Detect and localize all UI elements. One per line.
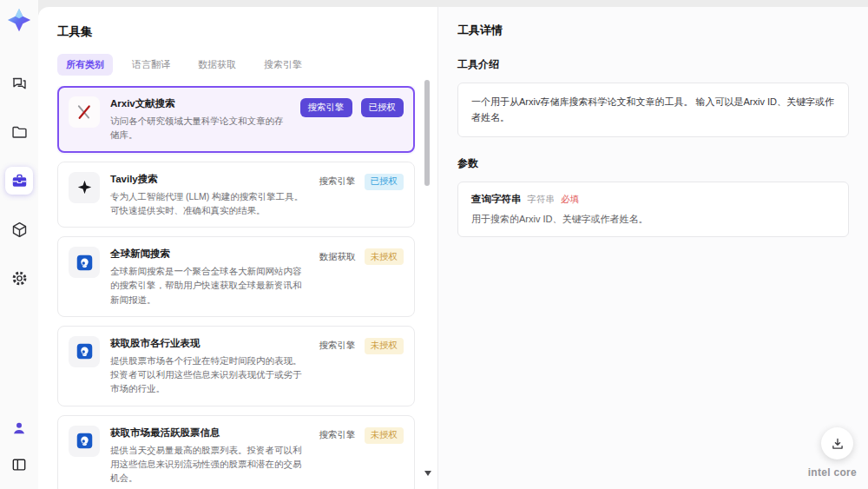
tool-category-badge: 搜索引擎 bbox=[319, 340, 356, 352]
download-icon bbox=[830, 436, 845, 452]
tool-status-badge: 已授权 bbox=[361, 98, 404, 117]
tool-card-4[interactable]: 获取市场最活跃股票信息 提供当天交易量最高的股票列表。投资者可以利用这些信息来识… bbox=[57, 415, 415, 489]
tool-category-badge: 搜索引擎 bbox=[319, 429, 356, 441]
tool-name: Arxiv文献搜索 bbox=[110, 97, 290, 110]
app-logo-icon bbox=[6, 7, 32, 33]
stock-search-icon bbox=[69, 426, 100, 457]
rail-nav bbox=[5, 69, 33, 292]
params-heading: 参数 bbox=[457, 156, 849, 171]
tool-name: 全球新闻搜索 bbox=[110, 248, 309, 261]
tool-list: Arxiv文献搜索 访问各个研究领域大量科学论文和文章的存储库。 搜索引擎 已授… bbox=[57, 86, 415, 489]
tool-description: 专为人工智能代理 (LLM) 构建的搜索引擎工具。可快速提供实时、准确和真实的结… bbox=[110, 189, 309, 218]
tab-0[interactable]: 所有类别 bbox=[57, 54, 113, 76]
tool-category-badge: 搜索引擎 bbox=[319, 175, 356, 188]
main-panel: 工具集 所有类别语言翻译数据获取搜索引擎 Arxiv文献搜索 访问各个研究领域大… bbox=[38, 7, 868, 489]
tool-card-2[interactable]: 全球新闻搜索 全球新闻搜索是一个聚合全球各大新闻网站内容的搜索引擎，帮助用户快速… bbox=[57, 236, 415, 317]
scroll-down-arrow-icon[interactable] bbox=[424, 471, 431, 476]
tool-name: 获取股市各行业表现 bbox=[110, 337, 309, 350]
toolbox-icon[interactable] bbox=[5, 167, 33, 195]
intro-box: 一个用于从Arxiv存储库搜索科学论文和文章的工具。 输入可以是Arxiv ID… bbox=[457, 83, 849, 137]
tool-status-badge: 未授权 bbox=[365, 427, 404, 444]
folder-icon[interactable] bbox=[5, 118, 33, 146]
tool-description: 全球新闻搜索是一个聚合全球各大新闻网站内容的搜索引擎，帮助用户快速获取全球最新资… bbox=[110, 264, 309, 307]
tool-name: 获取市场最活跃股票信息 bbox=[110, 426, 309, 439]
list-scrollbar-thumb[interactable] bbox=[424, 80, 430, 186]
parameter-required-flag: 必填 bbox=[561, 194, 579, 206]
detail-title: 工具详情 bbox=[457, 23, 849, 38]
page-title: 工具集 bbox=[57, 24, 415, 40]
tool-card-3[interactable]: 获取股市各行业表现 提供股票市场各个行业在特定时间段内的表现。投资者可以利用这些… bbox=[57, 326, 415, 406]
parameter-name: 查询字符串 bbox=[471, 193, 522, 206]
tool-card-0[interactable]: Arxiv文献搜索 访问各个研究领域大量科学论文和文章的存储库。 搜索引擎 已授… bbox=[57, 86, 415, 153]
tool-category-badge: 搜索引擎 bbox=[300, 98, 352, 117]
rail-bottom bbox=[5, 414, 33, 479]
panel-toggle-icon[interactable] bbox=[5, 451, 33, 479]
parameter-card: 查询字符串 字符串 必填 用于搜索的Arxiv ID、关键字或作者姓名。 bbox=[457, 182, 849, 237]
tool-status-badge: 已授权 bbox=[365, 174, 404, 190]
parameter-type: 字符串 bbox=[528, 194, 556, 206]
parameter-description: 用于搜索的Arxiv ID、关键字或作者姓名。 bbox=[471, 213, 835, 226]
params-list: 查询字符串 字符串 必填 用于搜索的Arxiv ID、关键字或作者姓名。 bbox=[457, 182, 849, 237]
tab-3[interactable]: 搜索引擎 bbox=[255, 54, 311, 76]
arxiv-icon bbox=[69, 96, 100, 128]
user-icon[interactable] bbox=[5, 414, 33, 442]
stock-search-icon bbox=[69, 336, 100, 367]
download-button[interactable] bbox=[821, 427, 853, 459]
cube-icon[interactable] bbox=[5, 215, 33, 243]
tool-status-badge: 未授权 bbox=[365, 338, 404, 354]
left-rail bbox=[0, 0, 38, 489]
tool-category-badge: 数据获取 bbox=[319, 251, 356, 263]
tab-1[interactable]: 语言翻译 bbox=[123, 54, 179, 76]
detail-column: 工具详情 工具介绍 一个用于从Arxiv存储库搜索科学论文和文章的工具。 输入可… bbox=[437, 7, 868, 489]
tool-status-badge: 未授权 bbox=[365, 248, 404, 265]
gear-icon[interactable] bbox=[5, 264, 33, 292]
category-tabs: 所有类别语言翻译数据获取搜索引擎 bbox=[57, 54, 415, 76]
tool-description: 访问各个研究领域大量科学论文和文章的存储库。 bbox=[110, 114, 290, 142]
brand-logo: intel core bbox=[808, 466, 857, 479]
tool-description: 提供当天交易量最高的股票列表。投资者可以利用这些信息来识别流动性强的股票和潜在的… bbox=[110, 443, 309, 486]
tool-description: 提供股票市场各个行业在特定时间段内的表现。投资者可以利用这些信息来识别表现优于或… bbox=[110, 354, 309, 396]
tab-2[interactable]: 数据获取 bbox=[189, 54, 245, 76]
tools-column: 工具集 所有类别语言翻译数据获取搜索引擎 Arxiv文献搜索 访问各个研究领域大… bbox=[38, 7, 437, 489]
news-search-icon bbox=[69, 247, 100, 278]
tool-card-1[interactable]: Tavily搜索 专为人工智能代理 (LLM) 构建的搜索引擎工具。可快速提供实… bbox=[57, 162, 415, 228]
chat-icon[interactable] bbox=[5, 69, 33, 97]
intro-heading: 工具介绍 bbox=[457, 57, 849, 72]
tool-name: Tavily搜索 bbox=[110, 173, 309, 186]
tavily-icon bbox=[69, 172, 100, 203]
